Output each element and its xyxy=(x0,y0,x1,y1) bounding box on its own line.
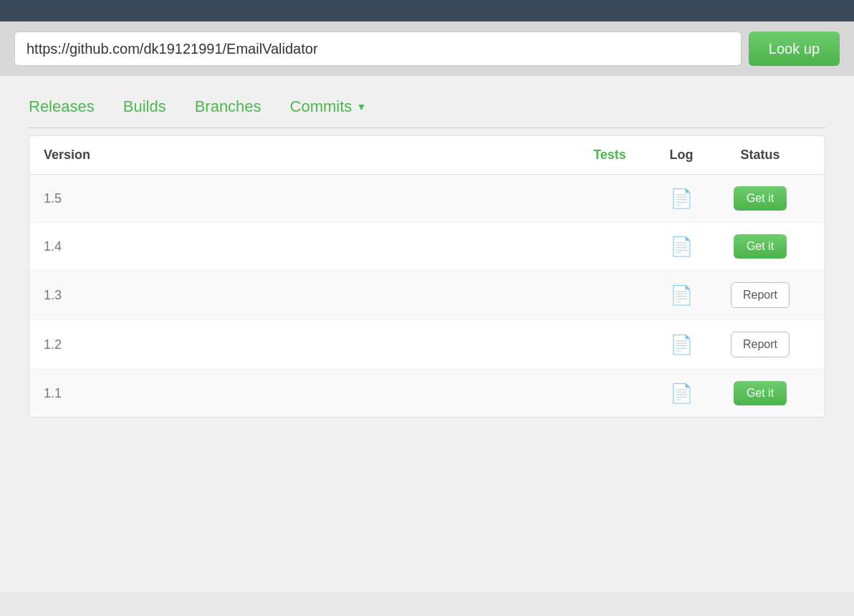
cell-version: 1.2 xyxy=(44,337,567,352)
cell-status: Report xyxy=(710,282,810,308)
cell-status: Report xyxy=(710,332,810,357)
log-icon[interactable]: 📄 xyxy=(670,236,693,258)
cell-version: 1.3 xyxy=(44,288,567,303)
table-row: 1.4 📄 Get it xyxy=(29,223,825,271)
table-row: 1.1 📄 Get it xyxy=(29,370,825,417)
url-input[interactable] xyxy=(14,32,742,66)
tabs-nav: Releases Builds Branches Commits ▼ xyxy=(29,97,825,128)
cell-status: Get it xyxy=(710,381,810,405)
lookup-button[interactable]: Look up xyxy=(749,32,840,66)
cell-log: 📄 xyxy=(653,284,710,307)
log-icon[interactable]: 📄 xyxy=(670,334,693,356)
cell-status: Get it xyxy=(710,186,810,211)
log-icon[interactable]: 📄 xyxy=(670,284,693,307)
table-row: 1.5 📄 Get it xyxy=(29,175,825,223)
cell-version: 1.4 xyxy=(44,239,567,254)
url-bar-section: Look up xyxy=(0,21,854,76)
cell-version: 1.1 xyxy=(44,386,567,401)
table-container: Version Tests Log Status 1.5 📄 Get it 1.… xyxy=(29,135,825,418)
table-row: 1.2 📄 Report xyxy=(29,320,825,370)
header-version: Version xyxy=(44,148,567,163)
cell-log: 📄 xyxy=(653,334,710,356)
report-button[interactable]: Report xyxy=(731,332,790,357)
top-bar xyxy=(0,0,854,21)
header-log: Log xyxy=(653,148,710,163)
report-button[interactable]: Report xyxy=(731,282,790,308)
table-header-row: Version Tests Log Status xyxy=(29,136,825,175)
cell-version: 1.5 xyxy=(44,191,567,206)
tab-branches[interactable]: Branches xyxy=(195,97,262,116)
get-it-button[interactable]: Get it xyxy=(734,234,787,259)
get-it-button[interactable]: Get it xyxy=(734,381,787,405)
commits-dropdown-arrow[interactable]: ▼ xyxy=(356,101,366,112)
cell-log: 📄 xyxy=(653,236,710,258)
table-row: 1.3 📄 Report xyxy=(29,271,825,320)
log-icon[interactable]: 📄 xyxy=(670,188,693,210)
log-icon[interactable]: 📄 xyxy=(670,382,693,405)
cell-status: Get it xyxy=(710,234,810,259)
get-it-button[interactable]: Get it xyxy=(734,186,787,211)
cell-log: 📄 xyxy=(653,382,710,405)
header-tests: Tests xyxy=(567,148,653,163)
tab-releases[interactable]: Releases xyxy=(29,97,95,116)
tab-commits[interactable]: Commits xyxy=(290,97,352,116)
header-status: Status xyxy=(710,148,810,163)
main-content: Releases Builds Branches Commits ▼ Versi… xyxy=(0,76,854,592)
cell-log: 📄 xyxy=(653,188,710,210)
tab-builds[interactable]: Builds xyxy=(123,97,166,116)
